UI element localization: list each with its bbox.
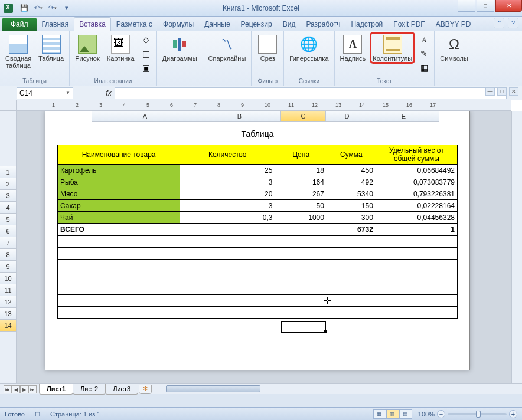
charts-button[interactable]: Диаграммы — [159, 32, 200, 64]
th-share[interactable]: Удельный вес от общей суммы — [376, 145, 457, 165]
name-box[interactable]: C14 ▼ — [17, 87, 73, 99]
rowhdr-11[interactable]: 11 — [0, 284, 17, 296]
maximize-button[interactable]: □ — [477, 0, 494, 12]
rowhdr-14[interactable]: 14 — [0, 320, 17, 332]
wordart-button[interactable]: 𝐴 — [417, 33, 430, 46]
th-sum[interactable]: Сумма — [327, 145, 376, 165]
pivottable-button[interactable]: Сводная таблица — [2, 32, 34, 71]
rowhdr-10[interactable]: 10 — [0, 273, 17, 284]
clipart-icon — [111, 35, 130, 54]
colhdr-b[interactable]: B — [198, 111, 281, 122]
new-sheet-button[interactable]: ✻ — [139, 385, 152, 394]
sheet-nav-first[interactable]: ⏮ — [4, 385, 12, 393]
colhdr-a[interactable]: A — [92, 111, 198, 122]
shapes-button[interactable]: ◇ — [140, 33, 153, 46]
hscroll-thumb[interactable] — [166, 385, 260, 392]
group-links-label: Ссылки — [299, 78, 319, 86]
rowhdr-2[interactable]: 2 — [0, 178, 17, 190]
zoom-level[interactable]: 100% — [418, 411, 435, 418]
table-row: Рыба31644920,073083779 — [58, 176, 458, 188]
tab-formulas[interactable]: Формулы — [158, 17, 199, 31]
rowhdr-1[interactable]: 1 — [0, 166, 17, 178]
picture-button[interactable]: Рисунок — [72, 32, 103, 64]
colhdr-c[interactable]: C — [281, 111, 326, 122]
clipart-button[interactable]: Картинка — [104, 32, 138, 64]
th-name[interactable]: Наименование товара — [58, 145, 180, 165]
rowhdr-13[interactable]: 13 — [0, 308, 17, 320]
tab-review[interactable]: Рецензир — [236, 17, 278, 31]
view-normal[interactable]: ▦ — [373, 409, 386, 419]
tab-developer[interactable]: Разработч — [301, 17, 345, 31]
zoom-knob[interactable] — [476, 411, 481, 418]
minimize-ribbon-button[interactable]: ⌃ — [494, 18, 504, 28]
rowhdr-3[interactable]: 3 — [0, 190, 17, 202]
tab-foxit[interactable]: Foxit PDF — [388, 17, 430, 31]
object-button[interactable]: ▦ — [417, 61, 430, 74]
wb-close[interactable]: ✕ — [509, 87, 518, 96]
page-canvas[interactable]: Таблица Наименование товара Количество Ц… — [17, 111, 511, 383]
close-button[interactable]: ✕ — [495, 0, 522, 12]
sheet-nav-next[interactable]: ▶ — [20, 385, 28, 393]
zoom-slider[interactable] — [448, 413, 507, 415]
sheet-tab-3[interactable]: Лист3 — [105, 384, 138, 395]
minimize-button[interactable]: — — [458, 0, 475, 12]
slicer-label: Срез — [260, 55, 275, 62]
qat-customize[interactable]: ▾ — [61, 3, 72, 14]
colhdr-d[interactable]: D — [326, 111, 368, 122]
view-pagelayout[interactable]: ▥ — [386, 409, 399, 419]
group-tables-label: Таблицы — [22, 78, 47, 86]
select-all-corner[interactable] — [0, 100, 17, 111]
sheet-tab-2[interactable]: Лист2 — [73, 384, 106, 395]
textbox-button[interactable]: A Надпись — [337, 32, 369, 64]
zoom-out[interactable]: − — [437, 410, 445, 418]
tab-home[interactable]: Главная — [37, 17, 74, 31]
horizontal-scrollbar[interactable] — [164, 384, 522, 394]
signature-button[interactable]: ✎ — [417, 47, 430, 60]
formula-input[interactable] — [115, 87, 507, 99]
sheet-nav-last[interactable]: ⏭ — [28, 385, 37, 393]
tab-insert[interactable]: Вставка — [74, 17, 111, 31]
table-label: Таблица — [38, 55, 64, 62]
table-total-row: ВСЕГО67321 — [58, 224, 458, 235]
header-footer-button[interactable]: Колонтитулы — [370, 32, 415, 64]
colhdr-e[interactable]: E — [368, 111, 439, 122]
screenshot-button[interactable]: ▣ — [140, 61, 153, 74]
file-tab[interactable]: Файл — [2, 18, 37, 31]
rowhdr-6[interactable]: 6 — [0, 225, 17, 237]
help-button[interactable]: ? — [508, 18, 518, 28]
macro-record-icon[interactable]: ◻ — [35, 410, 40, 418]
sparklines-button[interactable]: 〽 Спарклайны — [205, 32, 249, 64]
undo-button[interactable]: ↶ — [33, 3, 44, 14]
rowhdr-5[interactable]: 5 — [0, 214, 17, 225]
view-pagebreak[interactable]: ▤ — [399, 409, 412, 419]
tab-view[interactable]: Вид — [278, 17, 301, 31]
tab-pagelayout[interactable]: Разметка с — [111, 17, 158, 31]
wb-restore[interactable]: □ — [497, 87, 507, 96]
fx-button[interactable]: fx — [103, 89, 115, 97]
tab-addins[interactable]: Надстрой — [345, 17, 388, 31]
name-box-dropdown-icon[interactable]: ▼ — [66, 90, 70, 96]
redo-button[interactable]: ↷ — [47, 3, 58, 14]
hyperlink-button[interactable]: 🌐 Гиперссылка — [286, 32, 331, 64]
smartart-button[interactable]: ◫ — [140, 47, 153, 60]
wb-minimize[interactable]: — — [485, 87, 495, 96]
sheet-nav-prev[interactable]: ◀ — [12, 385, 20, 393]
group-illustrations: Рисунок Картинка ◇ ◫ ▣ Иллюстрации — [70, 31, 156, 86]
tab-abbyy[interactable]: ABBYY PD — [430, 17, 477, 31]
table-button[interactable]: Таблица — [35, 32, 67, 64]
th-price[interactable]: Цена — [275, 145, 327, 165]
zoom-in[interactable]: + — [509, 410, 517, 418]
symbols-button[interactable]: Ω Символы — [437, 32, 471, 64]
rowhdr-4[interactable]: 4 — [0, 202, 17, 214]
sheet-tab-1[interactable]: Лист1 — [39, 384, 73, 395]
rowhdr-12[interactable]: 12 — [0, 296, 17, 308]
rowhdr-7[interactable]: 7 — [0, 237, 17, 249]
tab-data[interactable]: Данные — [199, 17, 235, 31]
row-headers: 1 2 3 4 5 6 7 8 9 10 11 12 13 14 — [0, 166, 17, 332]
rowhdr-8[interactable]: 8 — [0, 249, 17, 261]
save-button[interactable]: 💾 — [19, 3, 30, 14]
vertical-scrollbar[interactable] — [511, 111, 522, 383]
rowhdr-9[interactable]: 9 — [0, 261, 17, 273]
slicer-button[interactable]: Срез — [254, 32, 281, 64]
th-qty[interactable]: Количество — [180, 145, 275, 165]
